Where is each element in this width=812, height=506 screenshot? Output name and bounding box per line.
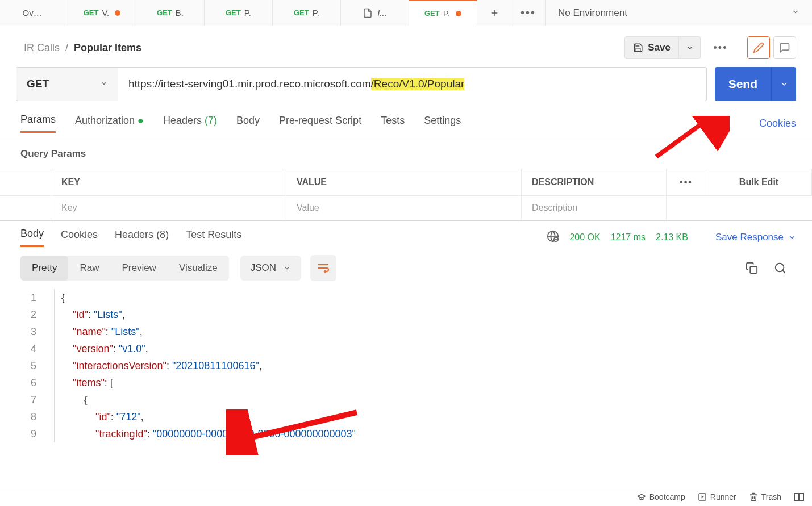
resp-tab-testresults[interactable]: Test Results (186, 229, 241, 246)
breadcrumb-current: Popular Items (74, 42, 141, 53)
tab-settings[interactable]: Settings (424, 115, 461, 132)
panes-button[interactable] (794, 493, 804, 501)
tab-get-p-active[interactable]: GETP. (409, 0, 477, 26)
tab-overview[interactable]: Over... (0, 0, 68, 26)
tab-get-v[interactable]: GETV. (68, 0, 136, 26)
desc-input[interactable]: Description (522, 196, 667, 220)
tab-tests[interactable]: Tests (381, 115, 405, 132)
trash-button[interactable]: Trash (749, 492, 781, 501)
key-input[interactable]: Key (51, 196, 286, 220)
new-tab-button[interactable] (477, 0, 511, 26)
send-button[interactable]: Send (715, 67, 771, 101)
breadcrumb[interactable]: IR Calls / Popular Items (24, 42, 141, 54)
content-type-selector[interactable]: JSON (240, 256, 301, 281)
unsaved-dot-icon (115, 10, 120, 16)
svg-point-9 (776, 264, 784, 272)
resp-tab-headers[interactable]: Headers (8) (115, 229, 169, 246)
tab-body[interactable]: Body (236, 115, 260, 132)
svg-marker-14 (701, 495, 703, 498)
save-icon (633, 43, 643, 53)
environment-selector[interactable]: No Environment (546, 7, 812, 19)
url-text: https://irtest-serving01.mir.prod.reco.m… (128, 78, 371, 90)
more-actions-button[interactable]: ••• (709, 36, 732, 59)
auth-indicator-icon: ● (138, 115, 144, 126)
response-size: 2.13 KB (656, 232, 688, 242)
response-pane: Body Cookies Headers (8) Test Results 20… (0, 220, 812, 442)
query-params-table: KEY VALUE DESCRIPTION ••• Bulk Edit Key … (0, 169, 812, 220)
tab-get-p-1[interactable]: GETP. (205, 0, 273, 26)
resp-tab-body[interactable]: Body (20, 228, 44, 247)
chevron-down-icon (100, 78, 108, 90)
svg-line-10 (782, 270, 785, 273)
svg-rect-16 (799, 494, 803, 500)
col-key: KEY (51, 169, 286, 195)
resp-tab-cookies[interactable]: Cookies (61, 229, 98, 246)
table-row[interactable]: Key Value Description (0, 196, 812, 220)
tab-file-i[interactable]: I... (341, 0, 409, 26)
url-row: GET https://irtest-serving01.mir.prod.re… (0, 67, 812, 101)
tab-params[interactable]: Params (20, 114, 56, 133)
save-options-button[interactable] (679, 36, 701, 59)
query-params-title: Query Params (0, 140, 812, 165)
pill-raw[interactable]: Raw (68, 256, 110, 281)
copy-response-button[interactable] (740, 257, 763, 279)
columns-options-button[interactable]: ••• (667, 169, 706, 195)
save-button[interactable]: Save (624, 36, 679, 59)
svg-rect-15 (794, 494, 798, 500)
tab-authorization[interactable]: Authorization ● (75, 115, 144, 132)
tab-get-p-2[interactable]: GETP. (273, 0, 341, 26)
status-code: 200 OK (569, 232, 600, 242)
url-highlight: /Reco/V1.0/Popular (371, 78, 465, 90)
word-wrap-button[interactable] (310, 255, 336, 281)
bulk-edit-button[interactable]: Bulk Edit (706, 169, 812, 195)
request-tabs: Params Authorization ● Headers (7) Body … (0, 101, 812, 140)
tab-get-b[interactable]: GETB. (136, 0, 205, 26)
format-pills: Pretty Raw Preview Visualize (20, 256, 229, 281)
pill-visualize[interactable]: Visualize (168, 256, 229, 281)
search-response-button[interactable] (769, 257, 792, 279)
response-body[interactable]: 1{2 "id": "Lists",3 "name": "Lists",4 "v… (0, 289, 812, 442)
status-bar: Bootcamp Runner Trash (0, 487, 812, 506)
network-icon[interactable] (547, 230, 559, 245)
comments-icon[interactable] (773, 36, 796, 59)
breadcrumb-collection[interactable]: IR Calls (24, 42, 60, 53)
pill-pretty[interactable]: Pretty (20, 256, 68, 281)
url-input[interactable]: https://irtest-serving01.mir.prod.reco.m… (118, 67, 707, 101)
value-input[interactable]: Value (286, 196, 522, 220)
tab-prerequest[interactable]: Pre-request Script (279, 115, 361, 132)
method-label: GET (27, 78, 49, 90)
environment-label: No Environment (558, 7, 627, 19)
col-desc: DESCRIPTION (522, 169, 667, 195)
tab-headers[interactable]: Headers (7) (163, 115, 217, 132)
send-options-button[interactable] (771, 67, 796, 101)
tab-strip: Over... GETV. GETB. GETP. GETP. I... GET… (0, 0, 812, 26)
runner-button[interactable]: Runner (698, 492, 736, 501)
bootcamp-button[interactable]: Bootcamp (637, 492, 685, 501)
unsaved-dot-icon (456, 11, 461, 16)
tabs-more-button[interactable]: ••• (511, 0, 546, 26)
save-response-button[interactable]: Save Response (715, 232, 796, 243)
method-selector[interactable]: GET (16, 67, 118, 101)
documentation-icon[interactable] (747, 36, 770, 59)
chevron-down-icon (792, 7, 799, 19)
title-bar: IR Calls / Popular Items Save ••• (0, 26, 812, 67)
cookies-link[interactable]: Cookies (759, 118, 796, 129)
response-time: 1217 ms (611, 232, 646, 242)
svg-rect-8 (750, 266, 757, 273)
file-icon (363, 8, 373, 18)
pill-preview[interactable]: Preview (110, 256, 167, 281)
col-value: VALUE (286, 169, 522, 195)
